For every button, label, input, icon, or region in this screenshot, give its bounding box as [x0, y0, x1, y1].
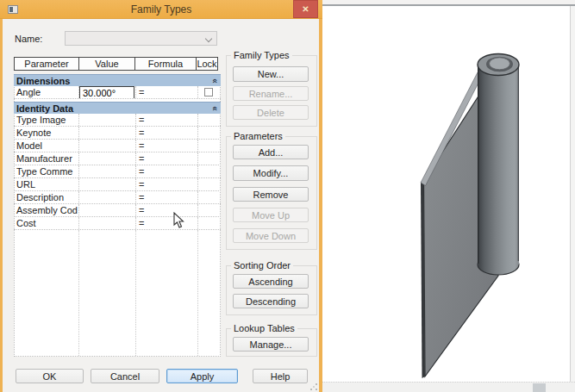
param-value-cell[interactable] — [79, 140, 136, 152]
param-lock-cell — [198, 127, 221, 139]
param-formula-cell[interactable]: = — [136, 165, 198, 177]
param-name: Assembly Cod — [14, 204, 79, 216]
param-value-cell[interactable] — [79, 86, 136, 98]
param-lock-cell — [198, 114, 221, 126]
category-header-dimensions[interactable]: Dimensions « — [14, 74, 221, 86]
param-name: Type Comme — [14, 165, 79, 177]
angle-value-input[interactable] — [79, 86, 134, 98]
param-value-cell[interactable] — [79, 165, 136, 177]
cancel-button[interactable]: Cancel — [91, 369, 159, 383]
family-types-dialog: Family Types ✕ Name: Parameter Value For… — [0, 0, 322, 392]
param-name: URL — [14, 178, 79, 190]
param-formula-cell[interactable]: = — [136, 152, 198, 165]
ok-button[interactable]: OK — [16, 369, 84, 383]
new-button[interactable]: New... — [233, 66, 309, 82]
table-header-row: Parameter Value Formula Lock — [14, 57, 221, 71]
param-formula-cell[interactable]: = — [136, 178, 198, 190]
param-formula-cell[interactable]: = — [136, 86, 198, 98]
parameter-row-angle: Angle = — [14, 86, 221, 99]
param-lock-cell — [198, 165, 221, 177]
param-value-cell[interactable] — [79, 191, 136, 203]
close-button[interactable]: ✕ — [293, 0, 318, 18]
collapse-icon[interactable]: « — [209, 78, 221, 84]
delete-button: Delete — [233, 105, 309, 120]
param-formula-cell[interactable]: = — [136, 191, 198, 203]
ascending-button[interactable]: Ascending — [233, 274, 309, 289]
hinge-3d-model — [322, 0, 575, 392]
horizontal-scrollbar-thumb[interactable] — [533, 383, 546, 392]
parameter-row: Assembly Cod = — [14, 204, 221, 217]
parameter-row: Model = — [14, 140, 221, 152]
chevron-down-icon — [206, 36, 212, 42]
param-value-cell[interactable] — [79, 178, 136, 190]
category-header-identity-data[interactable]: Identity Data « — [14, 102, 221, 114]
param-formula-cell[interactable]: = — [136, 140, 198, 152]
dialog-border-right — [319, 0, 322, 392]
lock-checkbox[interactable] — [204, 88, 213, 96]
name-label: Name: — [15, 34, 42, 44]
param-formula-cell[interactable]: = — [136, 204, 198, 216]
param-value-cell[interactable] — [79, 217, 136, 229]
parameter-table: Parameter Value Formula Lock Dimensions … — [14, 57, 221, 357]
column-header-lock: Lock — [196, 57, 218, 71]
dialog-border-left — [0, 0, 3, 392]
param-lock-cell — [198, 178, 221, 190]
collapse-icon[interactable]: « — [209, 106, 221, 111]
revit-family-editor-screen: Family Types ✕ Name: Parameter Value For… — [0, 0, 575, 392]
column-header-parameter: Parameter — [14, 57, 79, 71]
param-lock-cell — [198, 140, 221, 152]
resize-grip[interactable] — [309, 383, 318, 391]
remove-button[interactable]: Remove — [233, 187, 309, 202]
modify-button[interactable]: Modify... — [233, 165, 309, 181]
help-button[interactable]: Help — [253, 369, 308, 383]
parameter-row: URL = — [14, 178, 221, 191]
param-formula-cell[interactable]: = — [136, 217, 198, 229]
param-lock-cell — [198, 191, 221, 203]
apply-button[interactable]: Apply — [166, 369, 238, 383]
param-name: Angle — [14, 86, 79, 98]
parameter-row: Manufacturer = — [14, 152, 221, 165]
parameter-row: Cost = — [14, 217, 221, 230]
param-lock-cell — [198, 152, 221, 165]
param-value-cell[interactable] — [79, 204, 136, 216]
type-name-select[interactable] — [65, 31, 217, 46]
parameter-row: Type Comme = — [14, 165, 221, 178]
viewport-bottom-bar — [322, 382, 575, 392]
parameter-row: Description = — [14, 191, 221, 204]
param-name: Manufacturer — [14, 152, 79, 165]
param-formula-cell[interactable]: = — [136, 127, 198, 139]
move-up-button: Move Up — [233, 208, 309, 222]
dialog-titlebar[interactable]: Family Types ✕ — [0, 0, 322, 19]
mouse-cursor — [173, 212, 185, 229]
hinge-pin-top — [490, 58, 510, 70]
param-lock-cell — [198, 217, 221, 229]
param-name: Cost — [14, 217, 79, 229]
param-lock-cell — [198, 86, 221, 98]
param-value-cell[interactable] — [79, 114, 136, 126]
move-down-button: Move Down — [233, 228, 309, 243]
close-icon: ✕ — [302, 4, 309, 14]
param-name: Model — [14, 140, 79, 152]
manage-button[interactable]: Manage... — [233, 337, 309, 352]
rename-button: Rename... — [233, 86, 309, 101]
dialog-title: Family Types — [0, 3, 322, 16]
hinge-barrel — [478, 65, 519, 264]
param-formula-cell[interactable]: = — [136, 114, 198, 126]
param-name: Type Image — [14, 114, 79, 126]
add-button[interactable]: Add... — [233, 145, 309, 159]
param-name: Keynote — [14, 127, 79, 139]
param-value-cell[interactable] — [79, 127, 136, 139]
parameter-row: Keynote = — [14, 127, 221, 140]
param-lock-cell — [198, 204, 221, 216]
parameter-row: Type Image = — [14, 114, 221, 127]
param-name: Description — [14, 191, 79, 203]
3d-viewport[interactable] — [322, 0, 575, 392]
column-header-formula: Formula — [134, 57, 197, 71]
descending-button[interactable]: Descending — [233, 294, 309, 308]
param-value-cell[interactable] — [79, 152, 136, 165]
column-header-value: Value — [78, 57, 135, 71]
table-empty-area — [14, 230, 221, 357]
